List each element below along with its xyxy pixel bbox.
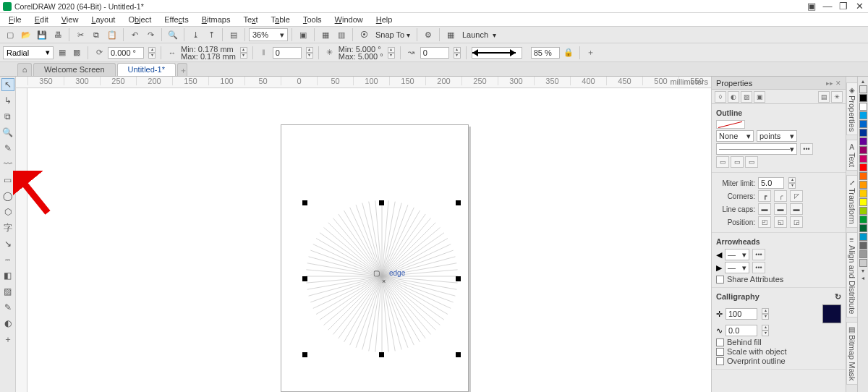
opacity-input[interactable]: 85 % bbox=[531, 47, 560, 59]
smooth-spinner[interactable]: ▴▾ bbox=[454, 47, 461, 59]
nib-angle-input[interactable]: 0.0 bbox=[726, 325, 757, 336]
swatch-1[interactable] bbox=[859, 103, 867, 111]
tab-outline-icon[interactable]: ◊ bbox=[715, 91, 726, 103]
swatch-19[interactable] bbox=[859, 259, 867, 267]
spacing-spinner[interactable]: ▴▾ bbox=[306, 47, 313, 59]
swatch-0[interactable] bbox=[859, 94, 867, 102]
arrow-start-combo[interactable]: —▾ bbox=[725, 249, 749, 260]
transparency-tool-icon[interactable]: ▨ bbox=[1, 285, 14, 298]
swatch-2[interactable] bbox=[859, 111, 867, 119]
corner-bevel-icon[interactable]: ◸ bbox=[790, 190, 803, 202]
menu-tools[interactable]: Tools bbox=[297, 14, 328, 25]
swatch-5[interactable] bbox=[859, 137, 867, 145]
cap-round-icon[interactable]: ▬ bbox=[774, 203, 787, 215]
reset-calli-icon[interactable]: ↻ bbox=[835, 292, 841, 302]
outline-width-combo[interactable]: None▾ bbox=[716, 130, 754, 142]
copy-icon[interactable]: ⧉ bbox=[89, 27, 103, 42]
swatch-8[interactable] bbox=[859, 163, 867, 171]
artistic-media-tool-icon[interactable]: 〰 bbox=[1, 158, 14, 171]
menu-bitmaps[interactable]: Bitmaps bbox=[196, 14, 237, 25]
swatch-3[interactable] bbox=[859, 120, 867, 128]
minimize-button[interactable]: — bbox=[822, 2, 833, 11]
options-icon[interactable]: ⚙ bbox=[421, 27, 435, 42]
swatch-none[interactable] bbox=[859, 85, 867, 93]
docker-menu-icon[interactable]: ▸▸ ✕ bbox=[826, 80, 841, 87]
handle-se[interactable] bbox=[456, 352, 461, 357]
parallel-dim-tool-icon[interactable]: ↘ bbox=[1, 237, 14, 250]
handle-s[interactable] bbox=[379, 352, 384, 357]
add-preset-icon[interactable]: ＋ bbox=[585, 47, 597, 59]
menu-text[interactable]: Text bbox=[237, 14, 263, 25]
arrow-end-settings-icon[interactable]: ••• bbox=[752, 262, 765, 273]
print-icon[interactable]: 🖶 bbox=[51, 27, 65, 42]
zoom-level[interactable]: 36%▾ bbox=[249, 28, 288, 41]
shape-tool-icon[interactable]: ↳ bbox=[1, 94, 14, 107]
palette-down-icon[interactable]: ▾ bbox=[859, 268, 867, 275]
drawing-canvas[interactable]: ▢ × edge bbox=[27, 88, 711, 392]
spray-type-combo[interactable]: Radial▾ bbox=[3, 46, 54, 59]
swatch-15[interactable] bbox=[859, 224, 867, 232]
export-icon[interactable]: ⤒ bbox=[204, 27, 218, 42]
swatch-14[interactable] bbox=[859, 216, 867, 223]
smooth-icon[interactable]: ↝ bbox=[406, 47, 417, 59]
ribbon-toggle-icon[interactable]: ▣ bbox=[806, 2, 817, 11]
undo-icon[interactable]: ↶ bbox=[127, 27, 142, 42]
arrow-end-combo[interactable]: —▾ bbox=[725, 262, 749, 273]
swatch-16[interactable] bbox=[859, 233, 867, 241]
crop-tool-icon[interactable]: ⧉ bbox=[1, 110, 14, 123]
publish-pdf-icon[interactable]: ▤ bbox=[226, 27, 241, 42]
width-spinner[interactable]: ▴▾ bbox=[240, 47, 247, 59]
angle-input[interactable]: 0.000 ° bbox=[108, 47, 144, 59]
cut-icon[interactable]: ✂ bbox=[73, 27, 88, 42]
swatch-10[interactable] bbox=[859, 181, 867, 189]
miter-input[interactable]: 5.0 bbox=[758, 177, 784, 189]
maximize-button[interactable]: ❐ bbox=[838, 2, 849, 11]
corner-round-icon[interactable]: ╭ bbox=[774, 190, 787, 202]
behind-fill-checkbox[interactable]: Behind fill bbox=[716, 338, 841, 346]
tab-more-icon[interactable]: ▤ bbox=[818, 91, 830, 103]
guides-icon[interactable]: ▥ bbox=[334, 27, 349, 42]
save-icon[interactable]: 💾 bbox=[35, 27, 49, 42]
pos-center-icon[interactable]: ◱ bbox=[774, 216, 787, 228]
tab-add[interactable]: ＋ bbox=[177, 63, 187, 76]
fill-tool-icon[interactable]: ◐ bbox=[1, 317, 14, 330]
edit-fill-icon[interactable]: ▦ bbox=[56, 47, 68, 59]
swatch-18[interactable] bbox=[859, 250, 867, 258]
menu-effects[interactable]: Effects bbox=[158, 14, 194, 25]
smooth-input[interactable]: 0 bbox=[420, 47, 449, 59]
menu-object[interactable]: Object bbox=[122, 14, 157, 25]
dropshadow-tool-icon[interactable]: ◧ bbox=[1, 269, 14, 282]
handle-sw[interactable] bbox=[302, 352, 307, 357]
menu-file[interactable]: File bbox=[3, 14, 27, 25]
polygon-tool-icon[interactable]: ⬡ bbox=[1, 205, 14, 218]
corner-miter-icon[interactable]: ┏ bbox=[758, 190, 771, 202]
stretch-spinner[interactable]: ▴▾ bbox=[762, 308, 769, 320]
docker-transform[interactable]: ⤢Transform bbox=[846, 175, 858, 228]
import-icon[interactable]: ⤓ bbox=[188, 27, 203, 42]
handle-e[interactable] bbox=[456, 276, 461, 281]
ellipse-tool-icon[interactable]: ◯ bbox=[1, 189, 14, 203]
tab-welcome[interactable]: Welcome Screen bbox=[33, 63, 116, 76]
rotate-icon[interactable]: ⟳ bbox=[93, 47, 105, 59]
overprint-outline-checkbox[interactable]: Overprint outline bbox=[716, 357, 841, 365]
rectangle-tool-icon[interactable]: ▭ bbox=[1, 174, 14, 187]
swatch-9[interactable] bbox=[859, 172, 867, 180]
stretch-input[interactable]: 100 bbox=[726, 308, 757, 320]
width-icon[interactable]: ↔ bbox=[166, 47, 178, 59]
handle-n[interactable] bbox=[379, 200, 384, 205]
find-icon[interactable]: 🔍 bbox=[166, 27, 180, 42]
eyedropper-tool-icon[interactable]: ✎ bbox=[1, 301, 14, 314]
nib-angle-spinner[interactable]: ▴▾ bbox=[762, 325, 769, 336]
launch-app-icon[interactable]: ▦ bbox=[443, 27, 458, 42]
swatch-11[interactable] bbox=[859, 189, 867, 197]
menu-view[interactable]: View bbox=[56, 14, 85, 25]
reverse-fill-icon[interactable]: ▩ bbox=[71, 47, 82, 59]
menu-help[interactable]: Help bbox=[370, 14, 399, 25]
snap-to-dropdown[interactable]: Snap To ▾ bbox=[373, 28, 413, 41]
launch-dropdown[interactable]: Launch ▾ bbox=[459, 28, 499, 41]
share-attributes-checkbox[interactable]: Share Attributes bbox=[716, 275, 841, 284]
palette-up-icon[interactable]: ▴ bbox=[859, 78, 867, 85]
docker-properties[interactable]: ◈Properties bbox=[846, 82, 858, 135]
outline-preview[interactable] bbox=[716, 120, 745, 129]
swatch-4[interactable] bbox=[859, 129, 867, 137]
